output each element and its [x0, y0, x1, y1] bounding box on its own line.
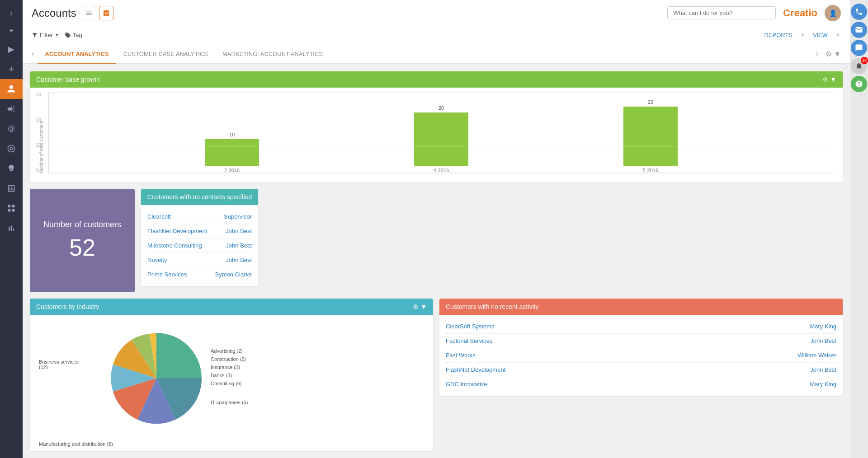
- no-contacts-row-1: FlashNet Development John Best: [147, 224, 252, 238]
- tabs-bar: ‹ ACCOUNT ANALYTICS CUSTOMER CASE ANALYT…: [23, 44, 850, 64]
- advertising-label: Advertising (2): [211, 348, 248, 354]
- bar-2-period: 4-2016: [434, 168, 449, 173]
- bar-3: 22 5-2016: [623, 92, 678, 173]
- no-activity-row-4: GDC Innovative Mary King: [446, 377, 836, 391]
- top-header: Accounts Creatio 👤: [23, 0, 850, 26]
- hamburger-icon[interactable]: ≡: [5, 22, 18, 39]
- number-of-customers-widget: Number of customers 52: [30, 189, 135, 292]
- customer-count-display: Number of customers 52: [30, 189, 135, 292]
- tag-label: Tag: [73, 32, 82, 38]
- tab-forward-btn[interactable]: ›: [816, 50, 818, 58]
- filter-label: Filter: [40, 32, 53, 38]
- bar-3-label: 22: [648, 99, 653, 105]
- no-contacts-company-4[interactable]: Prime Services: [147, 271, 187, 278]
- it-companies-label: IT companies (6): [211, 400, 248, 405]
- widget-settings-icon[interactable]: ⚙ ▼: [822, 76, 836, 83]
- filter-btn[interactable]: Filter ▼: [32, 32, 59, 38]
- tab-account-analytics[interactable]: ACCOUNT ANALYTICS: [38, 45, 116, 64]
- no-recent-activity-title: Customers with no recent activity: [446, 303, 538, 310]
- users-icon[interactable]: [0, 79, 23, 99]
- help-icon[interactable]: [851, 76, 867, 92]
- no-recent-activity-header: Customers with no recent activity: [439, 299, 843, 315]
- chat-icon[interactable]: [851, 40, 867, 56]
- bell-badge: 26: [861, 57, 868, 64]
- no-activity-company-4[interactable]: GDC Innovative: [446, 381, 487, 388]
- toolbar-right: REPORTS ▼ VIEW ▼: [764, 32, 841, 38]
- play-icon[interactable]: ▶: [0, 39, 23, 59]
- business-services-label: Business services(12): [39, 359, 98, 370]
- no-contacts-company-1[interactable]: FlashNet Development: [147, 228, 207, 234]
- insurance-label: Insurance (2): [211, 365, 248, 370]
- no-activity-company-3[interactable]: FlashNet Development: [446, 366, 505, 373]
- bottom-row: Customers by industry ⚙ ▼ Business servi…: [30, 299, 843, 451]
- at-icon[interactable]: @: [0, 119, 23, 139]
- industry-left-labels: Business services(12): [34, 355, 107, 402]
- megaphone-icon[interactable]: [0, 99, 23, 119]
- no-activity-row-0: ClearSoft Systems Mary King: [446, 319, 836, 334]
- email-icon[interactable]: [851, 22, 867, 38]
- no-contacts-contact-1[interactable]: John Best: [226, 228, 252, 234]
- activity-col: Customers with no recent activity ClearS…: [439, 299, 843, 451]
- sidebar: › ≡ ▶ + @: [0, 0, 23, 458]
- no-recent-activity-widget: Customers with no recent activity ClearS…: [439, 299, 843, 396]
- industry-body: Business services(12): [30, 315, 433, 441]
- bar-1-label: 10: [229, 132, 235, 137]
- industry-settings-icon[interactable]: ⚙ ▼: [413, 303, 427, 310]
- customer-count-number: 52: [69, 234, 95, 261]
- no-contacts-contact-2[interactable]: John Best: [226, 242, 252, 249]
- reports-icon[interactable]: [0, 178, 23, 198]
- bar-chart-icon[interactable]: [0, 218, 23, 238]
- avatar[interactable]: 👤: [825, 5, 841, 21]
- no-contacts-company-2[interactable]: Milestone Consulting: [147, 242, 202, 249]
- no-activity-company-1[interactable]: Factorial Services: [446, 337, 492, 344]
- customer-base-growth-header: Customer base growth ⚙ ▼: [30, 71, 843, 88]
- view-btn[interactable]: VIEW: [813, 32, 828, 38]
- no-activity-contact-0[interactable]: Mary King: [810, 323, 836, 330]
- banks-label: Banks (3): [211, 373, 248, 378]
- phone-icon[interactable]: [851, 4, 867, 20]
- sidebar-collapse-btn[interactable]: ›: [5, 4, 17, 22]
- no-activity-row-3: FlashNet Development John Best: [446, 363, 836, 377]
- bar-2: 20 4-2016: [414, 92, 468, 173]
- bar-2-rect: [414, 112, 468, 166]
- no-activity-row-1: Factorial Services John Best: [446, 334, 836, 348]
- tab-back-btn[interactable]: ‹: [32, 50, 34, 58]
- industry-title: Customers by industry: [36, 303, 99, 310]
- search-input[interactable]: [667, 6, 776, 19]
- no-contacts-contact-0[interactable]: Supervisor: [224, 213, 252, 220]
- tab-customer-case-analytics[interactable]: CUSTOMER CASE ANALYTICS: [116, 45, 215, 64]
- reports-btn[interactable]: REPORTS: [764, 32, 793, 38]
- no-contacts-widget: Customers with no contacts specified Cle…: [141, 189, 258, 286]
- manufacturing-label: Manufacturing and distribution (9): [30, 441, 433, 451]
- no-activity-contact-3[interactable]: John Best: [810, 366, 836, 373]
- industry-right-labels: Advertising (2) Construction (2) Insuran…: [206, 344, 252, 412]
- no-activity-company-2[interactable]: Fast Works: [446, 352, 476, 359]
- creatio-logo: Creatio: [783, 7, 817, 19]
- chart-view-btn[interactable]: [99, 6, 113, 20]
- lightbulb-icon[interactable]: [0, 159, 23, 178]
- no-contacts-company-0[interactable]: Clearsoft: [147, 213, 171, 220]
- target-icon[interactable]: [0, 139, 23, 159]
- add-icon[interactable]: +: [0, 59, 23, 79]
- tab-marketing-account-analytics[interactable]: MARKETING: ACCOUNT ANALYTICS: [215, 45, 330, 64]
- no-activity-company-0[interactable]: ClearSoft Systems: [446, 323, 495, 330]
- grid-icon[interactable]: [0, 198, 23, 218]
- bell-icon[interactable]: 26: [851, 58, 867, 74]
- no-contacts-contact-3[interactable]: John Best: [226, 257, 252, 263]
- industry-widget: Customers by industry ⚙ ▼ Business servi…: [30, 299, 433, 451]
- list-view-btn[interactable]: [82, 6, 96, 20]
- customer-count-label: Number of customers: [43, 220, 121, 229]
- no-contacts-contact-4[interactable]: Symon Clarke: [215, 271, 252, 278]
- tab-settings-btn[interactable]: ⚙ ▼: [826, 50, 841, 58]
- no-activity-row-2: Fast Works William Walker: [446, 348, 836, 363]
- middle-row: Number of customers 52 Customers with no…: [30, 189, 843, 292]
- no-contacts-company-3[interactable]: Novelty: [147, 257, 167, 263]
- construction-label: Construction (2): [211, 356, 248, 362]
- no-contacts-row-3: Novelty John Best: [147, 253, 252, 267]
- no-activity-contact-1[interactable]: John Best: [810, 337, 836, 344]
- no-activity-contact-2[interactable]: William Walker: [798, 352, 836, 359]
- tag-btn[interactable]: Tag: [65, 32, 82, 38]
- page-title: Accounts: [32, 7, 76, 19]
- no-activity-contact-4[interactable]: Mary King: [810, 381, 836, 388]
- bar-3-period: 5-2016: [643, 168, 658, 173]
